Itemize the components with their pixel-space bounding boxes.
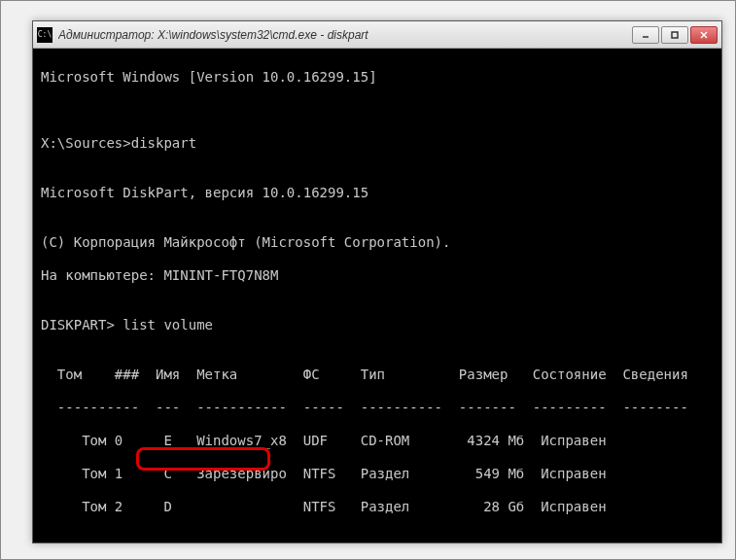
maximize-button[interactable] <box>661 26 688 44</box>
table-row: Том 1 C Зарезервиро NTFS Раздел 549 Mб И… <box>41 466 714 482</box>
cmd-icon: C:\ <box>37 27 53 43</box>
prompt-line: DISKPART> list volume <box>41 317 714 333</box>
window-controls <box>632 26 718 44</box>
prompt-line: X:\Sources>diskpart <box>41 135 714 152</box>
titlebar[interactable]: C:\ Администратор: X:\windows\system32\c… <box>33 21 721 49</box>
output-line: Microsoft DiskPart, версия 10.0.16299.15 <box>41 185 714 201</box>
close-button[interactable] <box>690 26 718 44</box>
minimize-button[interactable] <box>632 26 659 44</box>
table-divider: ---------- --- ----------- ----- -------… <box>41 400 714 416</box>
output-line: (C) Корпорация Майкрософт (Microsoft Cor… <box>41 234 714 251</box>
window-title: Администратор: X:\windows\system32\cmd.e… <box>58 28 632 42</box>
table-row: Том 0 E Windows7_x8 UDF CD-ROM 4324 Mб И… <box>41 433 714 449</box>
table-row: Том 2 D NTFS Раздел 28 Gб Исправен <box>41 499 714 515</box>
output-line: Microsoft Windows [Version 10.0.16299.15… <box>41 69 714 86</box>
svg-rect-1 <box>672 32 678 38</box>
output-line: На компьютере: MININT-FTQ7N8M <box>41 267 714 284</box>
terminal-output[interactable]: Microsoft Windows [Version 10.0.16299.15… <box>33 49 721 542</box>
cmd-window: C:\ Администратор: X:\windows\system32\c… <box>32 20 722 543</box>
table-header: Том ### Имя Метка ФС Тип Размер Состояни… <box>41 367 714 383</box>
